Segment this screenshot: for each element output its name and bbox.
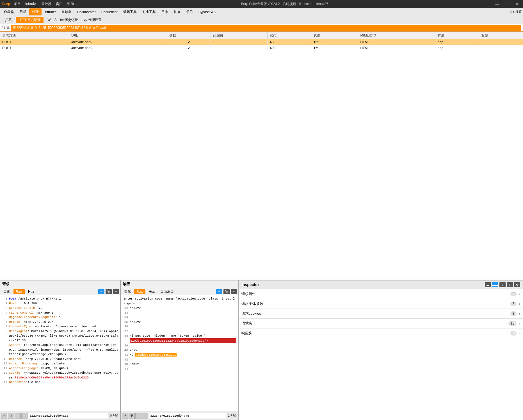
filter-label: 过滤:: [2, 26, 10, 30]
inspector-item-count: 3: [510, 311, 517, 316]
req-icon-newline[interactable]: \n: [106, 289, 112, 294]
cell-method: POST: [0, 39, 69, 45]
req-help-btn[interactable]: ?: [1, 413, 7, 419]
nav-collaborator[interactable]: Collaborator: [74, 9, 98, 15]
nav-repeater[interactable]: 重放器: [59, 8, 74, 15]
req-settings-btn[interactable]: ⚙: [8, 413, 14, 419]
request-code-area: 1 POST /activate.php? HTTP/1.1 2 Host: 1…: [0, 295, 120, 411]
inspector-item-label: 请求cookies: [241, 311, 510, 316]
nav-bypass-waf[interactable]: Bypass WAF: [196, 9, 221, 15]
cell-params: ✓: [167, 45, 211, 51]
resp-tab-hex[interactable]: Hex: [147, 289, 157, 294]
nav-proxy[interactable]: 代理: [29, 8, 42, 15]
resp-next-btn[interactable]: →: [142, 413, 148, 419]
req-line-6: 6 Origin: http://1.0.0.206: [2, 320, 118, 325]
resp-settings-btn[interactable]: ⚙: [129, 413, 135, 419]
req-tab-hex[interactable]: Hex: [26, 289, 36, 294]
nav-dashboard[interactable]: 仪表盘: [1, 8, 17, 15]
resp-line-43: 43 ubmit': [122, 362, 236, 367]
settings-icon[interactable]: ⚙: [510, 9, 514, 15]
col-mime: MIME类型: [358, 32, 435, 39]
request-panel: 请求 美化 Raw Hex ≡ \n ≡ 1 POST /activate.ph…: [0, 280, 121, 420]
resp-line-41: 41 <d 810d8b2515025205351322: [122, 353, 236, 357]
cell-edited: [211, 39, 268, 45]
insp-icon-settings[interactable]: ⚙: [514, 282, 520, 287]
req-icon-copy[interactable]: ≡: [98, 289, 104, 294]
inspector-icons: ▬ ▬▬ ≡ ≡ ⚙: [485, 282, 520, 287]
col-ext: 扩展: [435, 32, 479, 39]
req-prev-btn[interactable]: ←: [15, 413, 21, 419]
req-tab-beautify[interactable]: 美化: [1, 289, 12, 295]
resp-search-section: ? ⚙ ← → 1匹配: [122, 413, 237, 419]
insp-icon-2[interactable]: ▬▬: [492, 282, 498, 287]
resp-tab-render[interactable]: 页面渲染: [158, 289, 176, 295]
resp-line-highlight: 810d8b25150252053513223487e181b21ed94aa8…: [122, 338, 236, 344]
maximize-button[interactable]: □: [504, 1, 511, 7]
insp-icon-1[interactable]: ▬: [485, 282, 491, 287]
nav-target[interactable]: 目标: [17, 8, 29, 15]
resp-icon-copy[interactable]: ≡: [216, 289, 222, 294]
chevron-right-icon: ›: [519, 292, 520, 296]
resp-icon-menu[interactable]: ≡: [231, 289, 237, 294]
nav-comparer[interactable]: 对比工具: [140, 8, 159, 15]
insp-icon-3[interactable]: ≡: [499, 282, 506, 287]
menu-repeater[interactable]: 重放器: [39, 1, 54, 7]
inspector-item-count: 8: [510, 331, 517, 335]
chevron-right-icon: ›: [519, 331, 520, 335]
inspector-item-1[interactable]: 请求主体参数 3 ›: [239, 299, 523, 309]
resp-tab-raw[interactable]: Raw: [134, 289, 145, 294]
close-button[interactable]: ✕: [513, 1, 521, 7]
cell-length: 1591: [311, 45, 358, 51]
menu-project[interactable]: 项目: [12, 1, 23, 7]
inspector-item-3[interactable]: 请求头 13 ›: [239, 319, 523, 328]
req-icon-menu[interactable]: ≡: [113, 289, 119, 294]
nav-sequencer[interactable]: Sequencer: [99, 9, 120, 15]
menu-intruder[interactable]: Intruder: [23, 1, 39, 7]
resp-tab-beautify[interactable]: 美化: [122, 289, 133, 295]
req-match-label: 0匹配: [109, 414, 119, 418]
inspector-item-label: 请求属性: [241, 291, 510, 296]
nav-decoder[interactable]: 编码工具: [120, 8, 140, 15]
response-panel-title: 响应: [121, 280, 238, 288]
insp-icon-4[interactable]: ≡: [507, 282, 513, 287]
filter-value[interactable]: 匹配表达式 810d8b25150252053513223487e181b21e…: [11, 25, 521, 31]
menu-window[interactable]: 窗口: [54, 1, 65, 7]
col-length: 长度: [311, 32, 358, 39]
table-row[interactable]: POST /activate.php? ✓ 403 1591 HTML php: [0, 45, 523, 51]
nav-intruder[interactable]: Intruder: [42, 9, 59, 15]
resp-search-input[interactable]: [149, 413, 226, 419]
nav-extensions[interactable]: 扩展: [171, 8, 183, 15]
gear-icon: ⚙: [84, 18, 87, 22]
subnav-intercept[interactable]: 拦截: [2, 17, 15, 23]
inspector-header: Inspector ▬ ▬▬ ≡ ≡ ⚙: [239, 280, 523, 289]
minimize-button[interactable]: —: [493, 1, 502, 7]
req-search-input[interactable]: [28, 413, 108, 419]
cell-url: /activate.php?: [69, 39, 167, 45]
inspector-item-count: 3: [510, 302, 517, 306]
resp-help-btn[interactable]: ?: [122, 413, 128, 419]
nav-logger[interactable]: 日志: [159, 8, 171, 15]
table-row[interactable]: POST /activate.php? ✓ 403 1591 HTML php: [0, 39, 523, 45]
response-code-area: enter activation code name='activation_c…: [121, 295, 238, 411]
subnav-http-history[interactable]: HTTP历史记录: [16, 17, 44, 23]
inspector-item-2[interactable]: 请求cookies 3 ›: [239, 309, 523, 319]
settings-label[interactable]: 设置: [515, 9, 522, 15]
cell-ext: php: [435, 45, 479, 51]
nav-learn[interactable]: 学习: [183, 8, 196, 15]
inspector-item-4[interactable]: 响应头 8 ›: [239, 328, 523, 338]
menu-help[interactable]: 帮助: [65, 1, 76, 7]
content-area: 请求方法 URL 参数 已编辑 状态 长度 MIME类型 扩展 标题 POST …: [0, 32, 523, 420]
response-bottom-bar: ? ⚙ ← → 1匹配: [121, 411, 238, 420]
resp-icon-newline[interactable]: \n: [223, 289, 230, 294]
req-next-btn[interactable]: →: [21, 413, 28, 419]
resp-line-36: 36: [122, 324, 236, 329]
req-tab-raw[interactable]: Raw: [13, 289, 25, 294]
req-line-1: 1 POST /activate.php? HTTP/1.1: [2, 296, 118, 301]
titlebar-menu: 项目 Intruder 重放器 窗口 帮助: [12, 1, 76, 7]
resp-prev-btn[interactable]: ←: [135, 413, 141, 419]
cell-ext: php: [435, 39, 479, 45]
inspector-item-0[interactable]: 请求属性 2 ›: [239, 289, 523, 299]
http-table: 请求方法 URL 参数 已编辑 状态 长度 MIME类型 扩展 标题 POST …: [0, 32, 523, 51]
proxy-settings-btn[interactable]: ⚙ 代理设置: [82, 17, 103, 23]
subnav-websocket-history[interactable]: WebSocket历史记录: [45, 17, 81, 23]
